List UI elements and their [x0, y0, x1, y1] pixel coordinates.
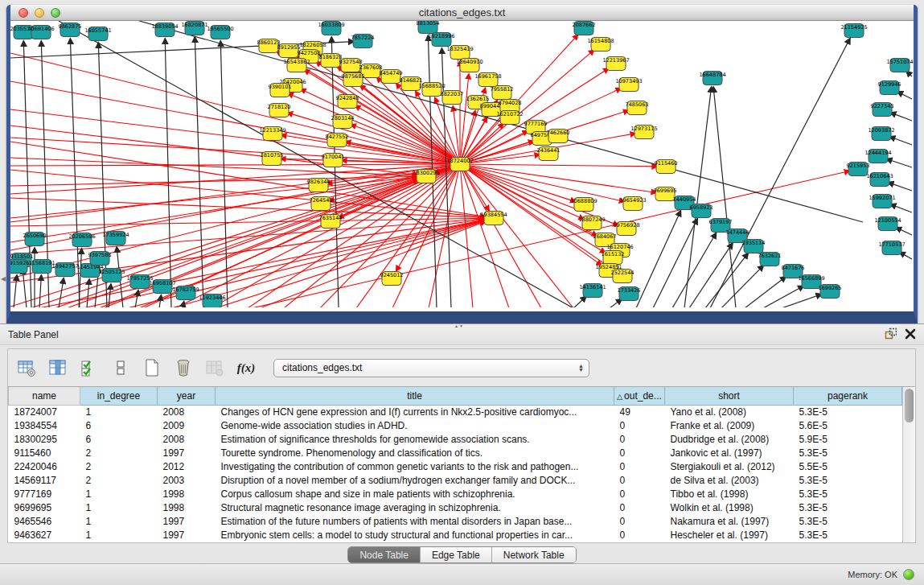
column-header-out-de[interactable]: △out_de...	[614, 387, 665, 405]
table-cell: 49	[614, 405, 665, 418]
graph-node-label: 16566899	[798, 275, 824, 282]
table-row[interactable]: 1456911722003Disruption of a novel membe…	[9, 473, 902, 487]
graph-edge[interactable]	[897, 92, 912, 99]
graph-edge[interactable]	[460, 164, 584, 220]
close-panel-icon[interactable]	[905, 328, 916, 340]
table-settings-icon[interactable]	[16, 357, 37, 378]
graph-node-label: 12093872	[868, 127, 894, 134]
graph-edge[interactable]	[653, 219, 697, 307]
graph-node-label: 10973493	[615, 78, 642, 84]
graph-edge[interactable]	[460, 164, 656, 192]
table-row[interactable]: 969969511998Structural magnetic resonanc…	[9, 501, 902, 515]
table-row[interactable]: 977716911998Corpus callosum shape and si…	[9, 488, 902, 501]
graph-edge[interactable]	[14, 275, 17, 307]
window-titlebar[interactable]: citations_edges.txt	[10, 5, 914, 21]
table-row[interactable]: 946362711997Embryonic stem cells: a mode…	[9, 529, 902, 542]
graph-edge[interactable]	[896, 228, 912, 235]
graph-edge[interactable]	[888, 183, 912, 191]
graph-edge[interactable]	[159, 295, 161, 307]
network-canvas[interactable]: 1872400718300295193845548860123891295518…	[10, 21, 914, 307]
splitter-handle-icon[interactable]: ▲▼	[454, 323, 464, 328]
column-header-year[interactable]: year	[158, 387, 216, 405]
graph-edge[interactable]	[890, 113, 912, 121]
graph-node-label: 8454749	[380, 70, 403, 76]
table-cell: 0	[614, 473, 665, 487]
graph-edge[interactable]	[460, 164, 576, 202]
column-header-short[interactable]: short	[665, 387, 794, 405]
table-row[interactable]: 1872400712008Changes of HCN gene express…	[9, 405, 902, 418]
graph-edge[interactable]	[889, 137, 912, 145]
column-header-title[interactable]: title	[216, 387, 614, 405]
graph-edge[interactable]	[10, 164, 460, 222]
graph-edge[interactable]	[672, 233, 716, 307]
graph-edge[interactable]	[782, 295, 822, 307]
table-scrollbar[interactable]	[902, 387, 915, 542]
table-cell: 0	[614, 418, 665, 432]
graph-node-label: 16648784	[699, 72, 725, 78]
table-cell: 2003	[158, 473, 216, 487]
graph-node-label: 12505125	[98, 269, 125, 275]
function-builder-icon[interactable]: f(x)	[236, 357, 257, 378]
graph-edge[interactable]	[705, 253, 748, 307]
table-cell: 1997	[158, 529, 216, 542]
table-row[interactable]: 1938455462009Genome-wide association stu…	[9, 418, 902, 432]
table-row[interactable]: 946554611997Estimation of the future num…	[9, 515, 902, 529]
table-cell: 9777169	[9, 488, 80, 501]
tab-network-table[interactable]: Network Table	[492, 547, 576, 562]
graph-edge[interactable]	[10, 176, 417, 186]
graph-edge[interactable]	[890, 204, 912, 212]
table-cell: 0	[614, 501, 665, 515]
table-cell: 1997	[158, 446, 216, 459]
column-header-in-degree[interactable]: in_degree	[80, 387, 158, 405]
show-columns-icon[interactable]	[47, 357, 68, 378]
table-scrollbar-thumb[interactable]	[905, 389, 914, 422]
row-height-icon[interactable]	[110, 357, 131, 378]
table-tabs: Node TableEdge TableNetwork Table	[347, 546, 576, 563]
table-cell: 9115460	[9, 446, 80, 459]
graph-edge[interactable]	[636, 211, 680, 307]
graph-edge[interactable]	[83, 220, 485, 307]
table-cell: 9699695	[9, 501, 80, 515]
graph-edge[interactable]	[689, 243, 733, 307]
graph-edge[interactable]	[710, 39, 850, 307]
graph-edge[interactable]	[165, 39, 171, 307]
table-cell: 1	[80, 529, 158, 542]
table-toolbar: f(x) citations_edges.txt ▲▼	[8, 349, 915, 386]
graph-edge[interactable]	[886, 159, 912, 167]
table-row[interactable]: 911546021997Tourette syndrome. Phenomeno…	[9, 446, 902, 459]
table-row[interactable]: 1830029562008Estimation of significance …	[9, 432, 902, 446]
sort-ascending-icon: △	[617, 393, 622, 401]
graph-node-label: 12213967	[602, 57, 629, 64]
graph-edge[interactable]	[460, 164, 657, 167]
graph-edge[interactable]	[220, 41, 228, 307]
graph-edge[interactable]	[713, 87, 736, 307]
table-panel: ▲▼ Table Panel	[0, 323, 924, 563]
float-panel-icon[interactable]	[885, 328, 897, 340]
graph-edge[interactable]	[460, 164, 473, 307]
graph-edge[interactable]	[610, 299, 622, 307]
column-header-name[interactable]: name	[9, 387, 80, 405]
table-row[interactable]: 2242004622012Investigating the contribut…	[9, 459, 902, 473]
delete-column-icon[interactable]	[173, 357, 194, 378]
column-header-pagerank[interactable]: pagerank	[794, 387, 902, 405]
graph-edge[interactable]	[745, 277, 786, 307]
graph-edge[interactable]	[10, 198, 485, 218]
graph-node-label: 1699265	[819, 285, 842, 291]
graph-edge[interactable]	[10, 164, 460, 166]
graph-edge[interactable]	[573, 296, 586, 307]
table-cell: 1	[80, 501, 158, 515]
graph-edge[interactable]	[721, 266, 763, 307]
table-selector-combobox[interactable]: citations_edges.txt ▲▼	[273, 359, 589, 377]
graph-edge[interactable]	[39, 275, 41, 307]
graph-node-label: 6958923	[690, 204, 713, 211]
table-cell: Embryonic stem cells: a model to study s…	[216, 529, 614, 542]
new-column-icon[interactable]	[142, 357, 162, 378]
tab-edge-table[interactable]: Edge Table	[421, 547, 492, 562]
table-panel-title: Table Panel	[8, 329, 59, 340]
graph-edge[interactable]	[288, 113, 460, 164]
select-columns-icon[interactable]	[79, 357, 100, 378]
graph-edge[interactable]	[87, 279, 89, 307]
collapse-left-arrow-icon[interactable]: ◀	[1, 275, 6, 282]
tab-node-table[interactable]: Node Table	[348, 547, 421, 562]
import-table-icon[interactable]	[204, 357, 225, 378]
